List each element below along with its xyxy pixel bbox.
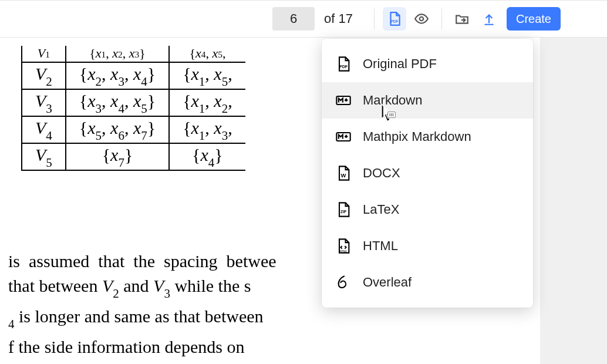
pdf-icon: PDF xyxy=(387,11,402,26)
export-option-label: Original PDF xyxy=(363,56,437,72)
html-icon: HTML xyxy=(335,237,352,255)
overleaf-icon xyxy=(335,274,352,291)
page-total: of 17 xyxy=(324,11,353,26)
right-gutter xyxy=(540,38,607,364)
svg-text:ZIP: ZIP xyxy=(340,210,347,214)
table-cell: {x3, x4, x5} xyxy=(66,89,169,116)
math-table: V1 {x1, x2, x3} {x4, x5, V2 {x2, x3, x4}… xyxy=(21,46,245,171)
export-option-overleaf[interactable]: Overleaf xyxy=(322,264,533,301)
table-cell: {x4} xyxy=(169,143,245,170)
toolbar: of 17 PDF Create xyxy=(0,0,607,38)
table-row: V1 {x1, x2, x3} {x4, x5, xyxy=(22,46,245,62)
text-line: e overlap of side information between V3… xyxy=(8,359,454,364)
export-option-label: HTML xyxy=(363,238,398,254)
export-option-md[interactable]: Mathpix Markdown xyxy=(322,119,533,155)
text-line: 4 is longer and same as that between xyxy=(8,304,454,335)
preview-button[interactable] xyxy=(410,7,433,31)
svg-text:PDF: PDF xyxy=(390,19,398,23)
table-cell: {x1, x5, xyxy=(169,62,245,89)
docx-icon: W xyxy=(335,164,352,182)
svg-text:HTML: HTML xyxy=(340,250,348,253)
export-option-label: LaTeX xyxy=(363,202,399,217)
pdf-icon: PDF xyxy=(335,55,352,73)
table-cell: V1 xyxy=(22,46,66,62)
table-cell: {x1, x3, xyxy=(169,116,245,143)
table-cell: {x7} xyxy=(66,143,169,170)
export-option-md[interactable]: Markdown xyxy=(322,82,533,119)
export-format-dropdown: PDFOriginal PDFMarkdownMathpix MarkdownW… xyxy=(322,39,533,308)
export-option-label: DOCX xyxy=(363,166,400,181)
table-cell: V3 xyxy=(22,89,66,116)
export-option-latex[interactable]: ZIPLaTeX xyxy=(322,191,533,228)
export-option-docx[interactable]: WDOCX xyxy=(322,155,533,191)
latex-icon: ZIP xyxy=(335,201,352,218)
svg-text:W: W xyxy=(341,173,346,178)
table-cell: {x1, x2, x3} xyxy=(66,46,169,62)
table-row: V5 {x7} {x4} xyxy=(22,143,245,170)
table-cell: {x1, x2, xyxy=(169,89,245,116)
eye-icon xyxy=(414,11,429,26)
table-cell: {x4, x5, xyxy=(169,46,245,62)
table-row: V4 {x5, x6, x7} {x1, x3, xyxy=(22,116,245,143)
md-icon xyxy=(335,92,352,109)
toolbar-divider xyxy=(441,8,442,29)
table-cell: V2 xyxy=(22,62,66,89)
text-line: f the side information depends on xyxy=(8,335,454,359)
table-cell: {x2, x3, x4} xyxy=(66,62,169,89)
export-option-pdf[interactable]: PDFOriginal PDF xyxy=(322,46,533,82)
svg-text:PDF: PDF xyxy=(339,65,348,69)
format-dropdown-trigger[interactable]: PDF xyxy=(383,7,406,31)
upload-button[interactable] xyxy=(477,7,501,31)
toolbar-divider xyxy=(374,8,375,29)
folder-open-icon xyxy=(454,11,470,26)
create-button[interactable]: Create xyxy=(507,7,561,31)
md-icon xyxy=(335,128,352,146)
table-cell: {x5, x6, x7} xyxy=(66,116,169,143)
table-row: V2 {x2, x3, x4} {x1, x5, xyxy=(22,62,245,89)
svg-point-1 xyxy=(420,17,424,21)
table-row: V3 {x3, x4, x5} {x1, x2, xyxy=(22,89,245,116)
upload-icon xyxy=(481,11,497,26)
table-cell: V5 xyxy=(22,143,66,170)
export-option-label: Overleaf xyxy=(363,275,412,290)
export-option-label: Markdown xyxy=(363,93,422,108)
export-option-label: Mathpix Markdown xyxy=(363,129,471,144)
table-cell: V4 xyxy=(22,116,66,143)
export-option-html[interactable]: HTMLHTML xyxy=(322,228,533,264)
page-number-input[interactable] xyxy=(272,7,315,31)
open-folder-button[interactable] xyxy=(450,7,474,31)
